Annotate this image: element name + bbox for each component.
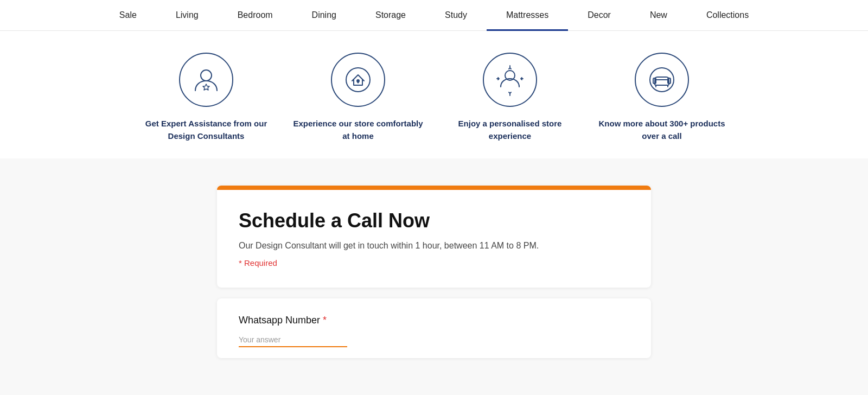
orange-bar [217, 186, 651, 190]
nav-item-sale[interactable]: Sale [100, 0, 156, 31]
feature-icon-3 [483, 53, 537, 107]
svg-rect-4 [655, 80, 669, 85]
card-body: Schedule a Call Now Our Design Consultan… [217, 190, 651, 288]
person-arrows-icon [494, 63, 526, 96]
nav-item-new[interactable]: New [630, 0, 687, 31]
nav-item-bedroom[interactable]: Bedroom [218, 0, 292, 31]
features-section: Get Expert Assistance from our Design Co… [0, 31, 868, 158]
card-subtitle: Our Design Consultant will get in touch … [239, 241, 629, 251]
sofa-icon [646, 63, 678, 96]
feature-text-4: Know more about 300+ products over a cal… [597, 118, 727, 142]
spacer [0, 158, 868, 186]
feature-item-3: Enjoy a personalised store experience [434, 53, 586, 142]
nav-item-study[interactable]: Study [425, 0, 487, 31]
feature-text-1: Get Expert Assistance from our Design Co… [141, 118, 271, 142]
feature-item-1: Get Expert Assistance from our Design Co… [130, 53, 282, 142]
feature-icon-2 [331, 53, 385, 107]
nav-item-collections[interactable]: Collections [687, 0, 768, 31]
feature-icon-4 [635, 53, 689, 107]
feature-text-2: Experience our store comfortably at home [293, 118, 423, 142]
card-title: Schedule a Call Now [239, 209, 629, 232]
required-label: * Required [239, 258, 277, 267]
feature-item-4: Know more about 300+ products over a cal… [586, 53, 738, 142]
navigation: SaleLivingBedroomDiningStorageStudyMattr… [0, 0, 868, 31]
whatsapp-card: Whatsapp Number * Your answer [217, 298, 651, 358]
schedule-card: Schedule a Call Now Our Design Consultan… [217, 186, 651, 288]
nav-list: SaleLivingBedroomDiningStorageStudyMattr… [100, 0, 768, 31]
house-heart-icon [342, 63, 374, 96]
card-section: Schedule a Call Now Our Design Consultan… [0, 186, 868, 364]
answer-placeholder[interactable]: Your answer [239, 335, 347, 347]
asterisk: * [323, 315, 327, 326]
feature-icon-1 [179, 53, 233, 107]
nav-item-decor[interactable]: Decor [568, 0, 630, 31]
whatsapp-label: Whatsapp Number * [239, 315, 629, 326]
svg-point-0 [201, 70, 212, 81]
nav-item-storage[interactable]: Storage [356, 0, 425, 31]
feature-text-3: Enjoy a personalised store experience [445, 118, 575, 142]
person-star-icon [190, 63, 222, 96]
nav-item-dining[interactable]: Dining [292, 0, 356, 31]
nav-item-living[interactable]: Living [156, 0, 218, 31]
nav-item-mattresses[interactable]: Mattresses [487, 0, 568, 31]
feature-item-2: Experience our store comfortably at home [282, 53, 434, 142]
